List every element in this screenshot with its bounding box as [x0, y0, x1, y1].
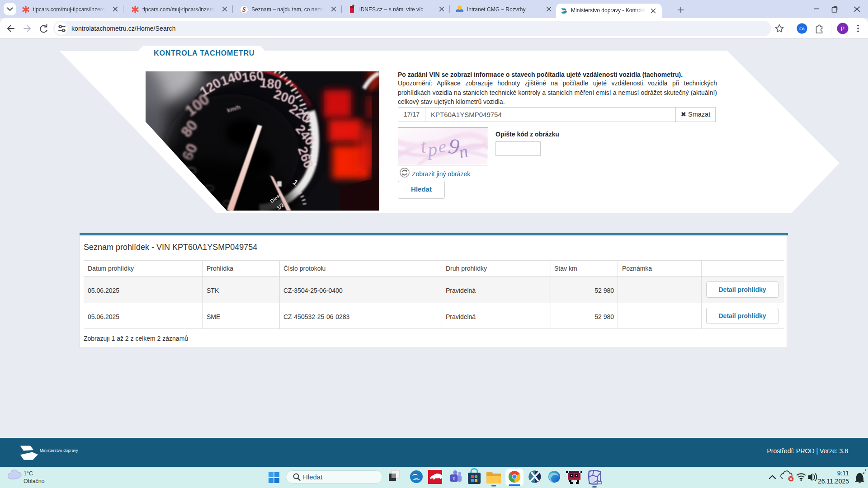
svg-text:FA: FA [799, 26, 805, 31]
svg-text:S: S [242, 6, 246, 13]
svg-text:P: P [841, 26, 844, 32]
svg-text:e: e [438, 136, 447, 156]
svg-text:z: z [865, 469, 867, 472]
svg-text:T: T [453, 476, 456, 481]
